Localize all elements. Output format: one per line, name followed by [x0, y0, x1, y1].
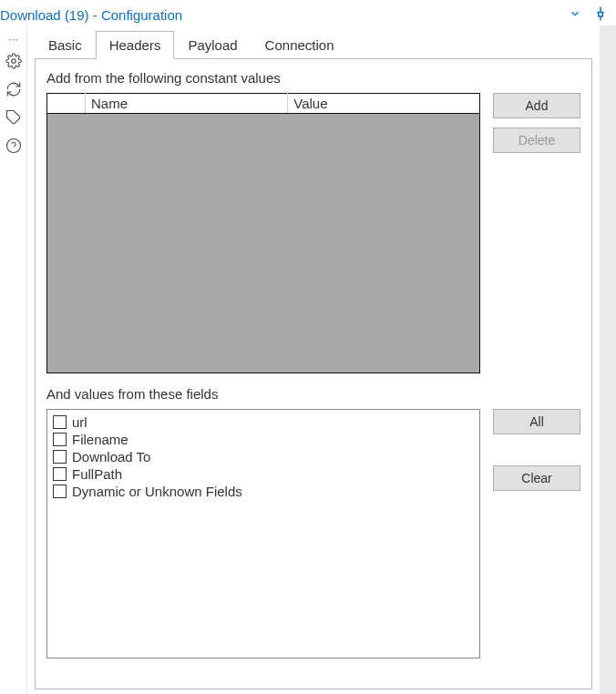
- checkbox[interactable]: [53, 485, 67, 498]
- field-label: Filename: [72, 432, 128, 447]
- fields-label: And values from these fields: [46, 386, 580, 402]
- svg-point-2: [6, 139, 20, 153]
- fields-row: url Filename Download To: [46, 409, 580, 658]
- constants-label: Add from the following constant values: [46, 70, 580, 86]
- window-title: Download (19) - Configuration: [0, 7, 182, 23]
- svg-point-0: [11, 59, 15, 64]
- tab-connection[interactable]: Connection: [252, 31, 348, 59]
- side-toolbar: ···: [0, 26, 27, 694]
- col-value[interactable]: Value: [288, 94, 480, 114]
- tag-icon[interactable]: [5, 109, 22, 128]
- fields-list-wrap: url Filename Download To: [46, 409, 480, 658]
- gear-icon[interactable]: [5, 53, 22, 72]
- tabs: Basic Headers Payload Connection: [35, 31, 592, 59]
- list-item[interactable]: url: [53, 413, 474, 431]
- constants-row: Name Value Add Delete: [46, 93, 580, 373]
- pin-icon[interactable]: [592, 5, 609, 25]
- field-label: Dynamic or Unknown Fields: [72, 484, 242, 499]
- checkbox[interactable]: [53, 450, 67, 464]
- checkbox[interactable]: [53, 467, 67, 481]
- refresh-icon[interactable]: [5, 81, 22, 100]
- col-spacer[interactable]: [47, 94, 86, 114]
- add-button[interactable]: Add: [493, 93, 580, 118]
- chevron-down-icon[interactable]: [569, 7, 581, 23]
- checkbox[interactable]: [53, 415, 67, 429]
- fields-section: And values from these fields url Filenam…: [46, 386, 580, 658]
- list-item[interactable]: Dynamic or Unknown Fields: [53, 483, 474, 500]
- col-name[interactable]: Name: [86, 94, 288, 114]
- list-item[interactable]: Filename: [53, 431, 474, 448]
- grip-dots: ···: [8, 36, 18, 42]
- checkbox[interactable]: [53, 433, 67, 446]
- tab-payload[interactable]: Payload: [174, 31, 251, 59]
- help-icon[interactable]: [5, 138, 22, 157]
- tab-headers[interactable]: Headers: [96, 31, 175, 59]
- clear-button[interactable]: Clear: [493, 465, 580, 491]
- tab-basic[interactable]: Basic: [35, 31, 96, 59]
- constants-table-wrap: Name Value: [46, 93, 480, 373]
- titlebar: Download (19) - Configuration: [0, 0, 616, 26]
- titlebar-actions: [569, 5, 609, 25]
- main-area: ··· Basic Headers Payload Connection Add…: [0, 26, 616, 694]
- content: Basic Headers Payload Connection Add fro…: [27, 26, 600, 694]
- list-item[interactable]: FullPath: [53, 465, 474, 483]
- constants-table[interactable]: Name Value: [46, 93, 480, 373]
- all-button[interactable]: All: [493, 409, 580, 434]
- constants-buttons: Add Delete: [493, 93, 580, 153]
- fields-list[interactable]: url Filename Download To: [46, 409, 480, 658]
- field-label: Download To: [72, 449, 150, 464]
- delete-button[interactable]: Delete: [493, 128, 580, 153]
- list-item[interactable]: Download To: [53, 448, 474, 465]
- fields-buttons: All Clear: [493, 409, 580, 491]
- field-label: FullPath: [72, 466, 122, 482]
- field-label: url: [72, 414, 87, 430]
- headers-panel: Add from the following constant values N…: [35, 59, 592, 689]
- right-strip: [600, 26, 616, 694]
